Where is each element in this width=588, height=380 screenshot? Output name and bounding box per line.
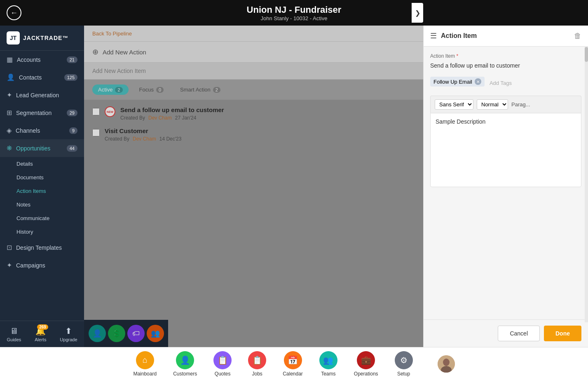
sidebar-item-lead-generation[interactable]: ✦ Lead Generation [0,86,84,104]
sidebar-item-label: Lead Generation [16,92,59,99]
filter-tab-smart-action[interactable]: Smart Action 2 [174,84,226,95]
teams-icon: 👥 [319,351,337,369]
right-panel-header: ☰ Action Item 🗑 [424,26,588,47]
bottom-icon-tag[interactable]: 🏷 [127,325,145,342]
paragraph-style-label: Parag... [511,101,530,108]
sidebar-item-contacts[interactable]: 👤 Contacts 125 [0,68,84,86]
description-editor: Sans Serif Normal Parag... Sample Descri… [430,96,581,187]
sidebar-item-campaigns[interactable]: ✦ Campaigns [0,256,84,274]
bottom-nav-teams[interactable]: 👥 Teams [319,351,337,377]
quotes-label: Quotes [215,371,231,377]
back-button[interactable]: ← [7,5,21,20]
upgrade-icon: ⬆ [65,326,72,336]
mainboard-label: Mainboard [133,371,157,377]
upgrade-button[interactable]: ⬆ Upgrade [60,326,77,342]
add-new-action-bar[interactable]: ⊕ Add New Action [84,42,423,63]
creator-name-1[interactable]: Dev Cham [148,115,172,121]
action-item-field-group: Action Item * Send a follow up email to … [430,53,581,70]
filter-tab-focus[interactable]: Focus 0 [134,84,170,95]
add-action-item-bar: Add New Action Item [84,63,423,80]
action-item-checkbox-2[interactable] [92,129,100,136]
sidebar-sub-item-history[interactable]: History [0,225,84,239]
sidebar-item-label: Channels [16,127,40,134]
sidebar-sub-item-notes[interactable]: Notes [0,198,84,211]
filter-tabs: Active 2 Focus 0 Smart Action 2 [84,80,423,100]
bottom-nav-mainboard[interactable]: ⌂ Mainboard [133,351,157,377]
content-area: Back To Pipeline ⊕ Add New Action Add Ne… [84,26,423,347]
bottom-nav-calendar[interactable]: 📅 Calendar [283,351,303,377]
action-item-meta-1: Created By Dev Cham 27 Jan'24 [120,115,415,121]
guides-label: Guides [7,337,21,342]
action-item-panel-icon: ☰ [430,31,437,40]
action-item-title-2: Visit Customer [105,127,415,134]
sidebar-sub-item-details[interactable]: Details [0,157,84,171]
sidebar-sub-item-documents[interactable]: Documents [0,171,84,184]
tag-item-follow-up-email: Follow Up Email ✕ [430,77,485,87]
alerts-button[interactable]: 🔔 269 Alerts [35,326,46,342]
bottom-icon-person[interactable]: 👤 [89,325,106,342]
bottom-icon-dollar[interactable]: 💲 [108,325,125,342]
guides-icon: 🖥 [10,326,18,336]
bottom-nav-setup[interactable]: ⚙ Setup [395,351,413,377]
sidebar-item-segmentation[interactable]: ⊞ Segmentation 29 [0,104,84,122]
alerts-icon: 🔔 269 [35,326,46,336]
sidebar-item-channels[interactable]: ◈ Channels 9 [0,122,84,139]
opportunities-badge: 44 [67,145,77,152]
bottom-nav-customers[interactable]: 👤 Customers [173,351,197,377]
done-button[interactable]: Done [544,326,581,341]
action-items-label: Action Items [16,188,46,194]
filter-tab-active[interactable]: Active 2 [92,84,129,95]
header-title-area: Union NJ - Fundraiser John Stanly - 1003… [247,5,342,21]
sidebar-item-label: Contacts [19,74,42,81]
bottom-nav-operations[interactable]: 💼 Operations [354,351,378,377]
action-item-checkbox-1[interactable] [92,108,100,115]
sidebar: JT JACKTRADE™ ▦ Accounts 21 👤 Contacts 1… [0,26,84,347]
bottom-nav-jobs[interactable]: 📋 Jobs [248,351,266,377]
creator-name-2[interactable]: Dev Cham [133,136,156,142]
action-item-field-value[interactable]: Send a follow up email to customer [430,61,581,70]
customers-icon: 👤 [176,351,194,369]
campaigns-icon: ✦ [7,261,12,269]
font-family-select[interactable]: Sans Serif [435,99,473,110]
sidebar-sub-item-action-items[interactable]: Action Items [0,184,84,198]
delete-icon[interactable]: 🗑 [574,32,581,40]
svg-point-1 [443,359,450,366]
cancel-button[interactable]: Cancel [498,326,540,341]
sidebar-item-design-templates[interactable]: ⊡ Design Templates [0,239,84,256]
scrollbar-thumb [585,47,588,62]
guides-button[interactable]: 🖥 Guides [7,326,21,342]
tag-remove-button[interactable]: ✕ [475,78,481,85]
calendar-icon: 📅 [284,351,302,369]
tag-label: Follow Up Email [433,79,472,85]
documents-label: Documents [16,174,44,181]
sidebar-item-accounts[interactable]: ▦ Accounts 21 [0,51,84,68]
lead-generation-icon: ✦ [7,91,12,99]
action-date-2: 14 Dec'23 [159,136,182,142]
logo-text: JACKTRADE™ [23,35,68,41]
panel-expand-button[interactable]: ❯ [412,3,423,23]
user-avatar-area [438,355,455,373]
quotes-icon: 📋 [213,351,232,369]
add-action-item-placeholder: Add New Action Item [92,68,146,74]
action-item-content-1: Send a follow up email to customer Creat… [120,106,415,121]
sidebar-item-opportunities[interactable]: ❋ Opportunities 44 [0,139,84,157]
segmentation-badge: 29 [67,110,77,116]
page-title: Union NJ - Fundraiser [247,5,342,15]
sidebar-footer: 🖥 Guides 🔔 269 Alerts ⬆ Upgrade [0,321,84,347]
bottom-nav-quotes[interactable]: 📋 Quotes [213,351,232,377]
new-badge-1: NEW [105,106,115,117]
required-marker: * [456,53,458,59]
sidebar-sub-item-communicate[interactable]: Communicate [0,211,84,225]
user-avatar[interactable] [438,355,455,373]
customers-label: Customers [173,371,197,377]
sidebar-logo: JT JACKTRADE™ [0,26,84,51]
channels-badge: 9 [69,127,77,134]
back-to-pipeline-link[interactable]: Back To Pipeline [92,30,132,37]
smart-action-tab-count: 2 [213,87,220,93]
bottom-icon-people[interactable]: 👥 [147,325,164,342]
action-item-field-label: Action Item * [430,53,581,59]
editor-body[interactable]: Sample Description [430,113,581,187]
teams-label: Teams [321,371,335,377]
add-tags-placeholder[interactable]: Add Tags [490,80,512,86]
font-size-select[interactable]: Normal [477,99,508,110]
